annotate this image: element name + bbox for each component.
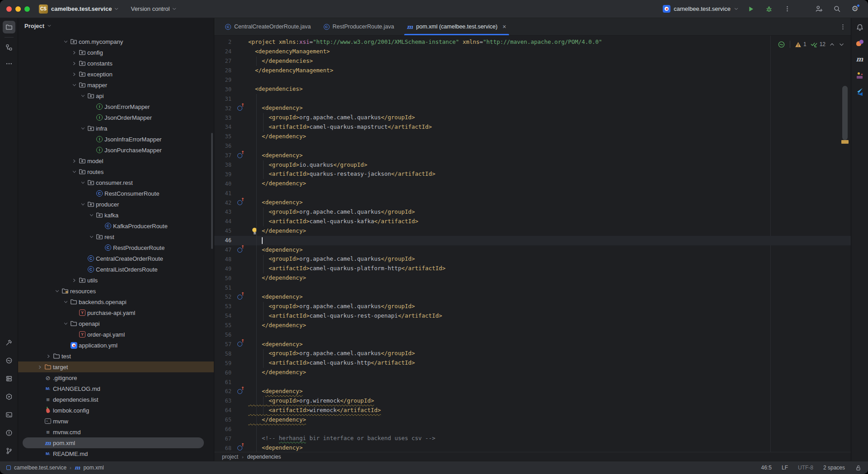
tree-item-centrallistordersroute[interactable]: CCentralListOrdersRoute (18, 264, 214, 275)
editor-line-49[interactable]: 49 <artifactId>camel-quarkus-platform-ht… (214, 264, 851, 273)
dependency-update-gutter-icon[interactable] (237, 106, 242, 111)
build-hammer-icon[interactable] (3, 336, 15, 349)
zoom-window-button[interactable] (24, 6, 30, 12)
editor-line-62[interactable]: 62 <dependency> (214, 387, 851, 396)
tree-item-lombok-config[interactable]: lombok.config (18, 405, 214, 416)
more-actions-button[interactable] (781, 3, 793, 15)
close-tab-icon[interactable]: × (502, 23, 506, 30)
inspections-widget[interactable]: 1 12 (778, 39, 844, 49)
tree-chevron-icon[interactable] (79, 125, 87, 132)
dependency-update-gutter-icon[interactable] (237, 153, 242, 158)
editor-line-37[interactable]: 37 <dependency> (214, 151, 851, 160)
editor-line-66[interactable]: 66 (214, 425, 851, 434)
editor-line-42[interactable]: 42 <dependency> (214, 198, 851, 207)
indent-setting[interactable]: 2 spaces (823, 465, 845, 471)
tree-item-producer[interactable]: producer (18, 199, 214, 210)
tab-centralcreateorderroute.java[interactable]: CCentralCreateOrderRoute.java (219, 18, 317, 35)
dependency-update-gutter-icon[interactable] (237, 389, 242, 394)
plugin-gradle-icon[interactable] (856, 40, 863, 47)
editor-line-48[interactable]: 48 <groupId>org.apache.camel.quarkus</gr… (214, 254, 851, 264)
tree-item-order-api-yaml[interactable]: Yorder-api.yaml (18, 329, 214, 340)
editor-line-33[interactable]: 33 <groupId>org.apache.camel.quarkus</gr… (214, 113, 851, 122)
editor-line-45[interactable]: 45 </dependency> (214, 226, 851, 236)
plugin-blue-icon[interactable] (856, 88, 863, 96)
settings-gear-icon[interactable]: ⚙ (849, 3, 861, 15)
tree-chevron-icon[interactable] (87, 211, 95, 219)
tree-item-kafka[interactable]: kafka (18, 210, 214, 221)
editor-line-31[interactable]: 31 (214, 94, 851, 103)
todo-stack-icon[interactable] (3, 372, 15, 385)
tree-item-rest[interactable]: rest (18, 231, 214, 242)
tree-item-mvnw[interactable]: >_mvnw (18, 416, 214, 427)
code-with-me-button[interactable] (813, 3, 825, 15)
editor-line-57[interactable]: 57 <dependency> (214, 340, 851, 349)
editor-line-38[interactable]: 38 <groupId>io.quarkus</groupId> (214, 160, 851, 170)
tree-item-kafkaproducerroute[interactable]: CKafkaProducerRoute (18, 221, 214, 231)
code-editor[interactable]: 2<project xmlns:xsi="http://www.w3.org/2… (214, 36, 851, 452)
tree-item-mvnw-cmd[interactable]: ≡mvnw.cmd (18, 427, 214, 437)
tree-item-jsoninfraerrormapper[interactable]: IJsonInfraErrorMapper (18, 134, 214, 145)
tree-item-test[interactable]: test (18, 351, 214, 361)
editor-line-58[interactable]: 58 <groupId>org.apache.camel.quarkus</gr… (214, 349, 851, 358)
breadcrumb-tag[interactable]: dependencies (247, 454, 281, 460)
tree-item-restconsumerroute[interactable]: CRestConsumerRoute (18, 188, 214, 199)
tree-chevron-icon[interactable] (79, 179, 87, 186)
editor-line-54[interactable]: 54 <artifactId>camel-quarkus-rest-openap… (214, 311, 851, 321)
editor-line-53[interactable]: 53 <groupId>org.apache.camel.quarkus</gr… (214, 302, 851, 311)
vcs-widget[interactable]: Version control (131, 5, 177, 12)
tree-chevron-icon[interactable] (87, 233, 95, 240)
tree-chevron-icon[interactable] (70, 70, 78, 78)
tree-chevron-icon[interactable] (61, 38, 70, 45)
editor-line-63[interactable]: 63 <groupId>org.wiremock</groupId> (214, 396, 851, 406)
dependency-update-gutter-icon[interactable] (237, 248, 242, 253)
editor-line-52[interactable]: 52 <dependency> (214, 292, 851, 302)
notifications-bell-icon[interactable] (856, 23, 864, 32)
editor-line-50[interactable]: 50 </dependency> (214, 273, 851, 283)
tree-chevron-icon[interactable] (44, 352, 52, 360)
tree-item-utils[interactable]: utils (18, 275, 214, 286)
tree-chevron-icon[interactable] (70, 277, 78, 284)
editor-line-41[interactable]: 41 (214, 188, 851, 198)
run-configuration-select[interactable]: camelbee.test.service (663, 5, 739, 13)
editor-line-28[interactable]: 28 </dependencyManagement> (214, 66, 851, 75)
tree-item-purchase-api-yaml[interactable]: Ypurchase-api.yaml (18, 307, 214, 318)
tree-item-mapper[interactable]: mapper (18, 80, 214, 90)
status-module-name[interactable]: camelbee.test.service (14, 465, 66, 471)
minimize-window-button[interactable] (15, 6, 21, 12)
editor-line-46[interactable]: 46 (214, 236, 851, 245)
project-panel-title[interactable]: Project (24, 23, 44, 29)
maven-tool-window-icon[interactable]: m (856, 56, 863, 63)
tree-item-config[interactable]: config (18, 47, 214, 58)
dependency-update-gutter-icon[interactable] (237, 342, 242, 347)
tree-item-com-mycompany[interactable]: com.mycompany (18, 36, 214, 47)
tree-item-api[interactable]: api (18, 90, 214, 101)
tree-item-jsonerrormapper[interactable]: IJsonErrorMapper (18, 101, 214, 112)
error-stripe-warning-marker[interactable] (841, 140, 849, 144)
tree-item-jsonordermapper[interactable]: IJsonOrderMapper (18, 112, 214, 123)
tree-item-dependencies-list[interactable]: ≡dependencies.list (18, 394, 214, 405)
tab-restproducerroute.java[interactable]: CRestProducerRoute.java (317, 18, 401, 35)
dependency-update-gutter-icon[interactable] (237, 446, 242, 451)
prev-problem-chevron-icon[interactable] (829, 42, 835, 47)
tree-item-pom-xml[interactable]: mpom.xml (18, 437, 214, 448)
tree-item-constants[interactable]: constants (18, 58, 214, 69)
line-separator[interactable]: LF (782, 465, 788, 471)
debug-button[interactable] (763, 3, 775, 15)
editor-line-29[interactable]: 29 (214, 75, 851, 85)
next-problem-chevron-icon[interactable] (839, 42, 844, 47)
tree-chevron-icon[interactable] (53, 287, 61, 295)
tree-chevron-icon[interactable] (70, 157, 78, 164)
editor-line-60[interactable]: 60 </dependency> (214, 368, 851, 377)
tree-item-exception[interactable]: exception (18, 69, 214, 80)
editor-line-35[interactable]: 35 </dependency> (214, 132, 851, 141)
tree-item-consumer-rest[interactable]: consumer.rest (18, 177, 214, 188)
tree-item-infra[interactable]: infra (18, 123, 214, 134)
editor-scrollbar[interactable] (842, 86, 848, 140)
status-file-name[interactable]: pom.xml (83, 465, 104, 471)
tree-chevron-icon[interactable] (61, 320, 70, 327)
tree-item-model[interactable]: model (18, 155, 214, 166)
caret-position[interactable]: 46:5 (761, 465, 772, 471)
tree-item-readme-md[interactable]: M↓README.md (18, 448, 214, 459)
commit-circle-icon[interactable] (3, 354, 15, 367)
editor-line-2[interactable]: 2<project xmlns:xsi="http://www.w3.org/2… (214, 38, 851, 47)
